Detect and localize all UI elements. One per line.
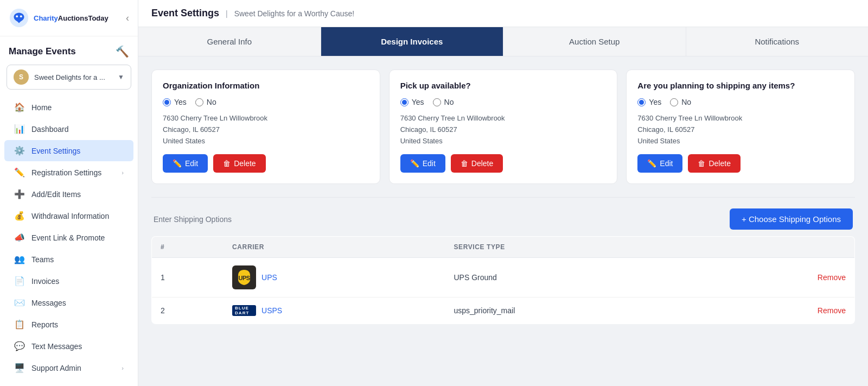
remove-link[interactable]: Remove xyxy=(818,273,846,282)
radio-yes-input[interactable] xyxy=(400,98,409,106)
row-remove: Remove xyxy=(704,258,855,298)
choose-shipping-button[interactable]: + Choose Shipping Options xyxy=(730,208,853,230)
sidebar-item-messages[interactable]: ✉️ Messages xyxy=(4,292,133,313)
radio-yes[interactable]: Yes xyxy=(163,98,187,106)
sidebar-item-reports[interactable]: 📋 Reports xyxy=(4,314,133,335)
page-title: Event Settings xyxy=(151,8,219,19)
sidebar-item-registration-settings[interactable]: ✏️ Registration Settings › xyxy=(4,162,133,183)
row-remove: Remove xyxy=(704,298,855,324)
radio-no-input[interactable] xyxy=(195,98,203,106)
sidebar-item-withdrawal[interactable]: 💰 Withdrawal Information xyxy=(4,205,133,226)
withdrawal-icon: 💰 xyxy=(14,211,25,221)
event-settings-icon: ⚙️ xyxy=(14,145,25,156)
sidebar-item-invoices[interactable]: 📄 Invoices xyxy=(4,270,133,292)
shipping-table: #CARRIERSERVICE TYPE 1 UPS UPS UPS Groun… xyxy=(151,236,855,324)
radio-no[interactable]: No xyxy=(433,98,454,106)
tab-general-info[interactable]: General Info xyxy=(138,27,321,56)
radio-yes-input[interactable] xyxy=(163,98,171,106)
table-body: 1 UPS UPS UPS GroundRemove2 BLUE DART US… xyxy=(152,258,855,324)
teams-icon: 👥 xyxy=(14,254,25,264)
nav-list: 🏠 Home 📊 Dashboard ⚙️ Event Settings ✏️ … xyxy=(0,96,138,379)
support-admin-icon: 🖥️ xyxy=(14,363,25,373)
radio-row: Yes No xyxy=(163,98,369,106)
radio-no[interactable]: No xyxy=(195,98,216,106)
col-header-service type: SERVICE TYPE xyxy=(445,237,704,258)
sidebar-label-add-edit-items: Add/Edit Items xyxy=(31,190,124,199)
col-header-actions xyxy=(704,237,855,258)
sidebar-item-event-link[interactable]: 📣 Event Link & Promote xyxy=(4,227,133,248)
event-selector[interactable]: S Sweet Delights for a ... ▼ xyxy=(7,65,131,90)
top-header: Event Settings | Sweet Delights for a Wo… xyxy=(138,0,868,27)
carrier-link[interactable]: UPS xyxy=(261,273,277,282)
row-carrier: UPS UPS xyxy=(224,258,445,298)
ups-logo: UPS xyxy=(232,265,256,289)
radio-row: Yes No xyxy=(637,98,844,106)
edit-icon: ✏️ xyxy=(647,159,656,168)
card-buttons: ✏️ Edit 🗑 Delete xyxy=(637,154,844,173)
sidebar-item-add-edit-items[interactable]: ➕ Add/Edit Items xyxy=(4,183,133,205)
sidebar-label-dashboard: Dashboard xyxy=(31,125,124,134)
sidebar-item-text-messages[interactable]: 💬 Text Messages xyxy=(4,336,133,357)
logo-icon xyxy=(9,8,29,28)
radio-yes-input[interactable] xyxy=(637,98,646,106)
row-num: 2 xyxy=(152,298,224,324)
event-avatar: S xyxy=(14,69,29,85)
sidebar-label-registration-settings: Registration Settings xyxy=(31,168,115,177)
shipping-header: Enter Shipping Options + Choose Shipping… xyxy=(151,208,855,230)
edit-button[interactable]: ✏️ Edit xyxy=(163,154,208,173)
sidebar-label-messages: Messages xyxy=(31,299,124,307)
hammer-icon: 🔨 xyxy=(116,45,129,58)
card-title: Are you planning to shipping any items? xyxy=(637,81,844,90)
col-header-#: # xyxy=(152,237,224,258)
carrier-link[interactable]: USPS xyxy=(261,306,282,315)
card-shipping-plan: Are you planning to shipping any items? … xyxy=(626,69,855,184)
manage-events-title: Manage Events xyxy=(9,46,76,57)
radio-yes[interactable]: Yes xyxy=(400,98,424,106)
radio-no-input[interactable] xyxy=(670,98,678,106)
logo-text: CharityAuctionsToday xyxy=(34,14,108,22)
card-org-info: Organization Information Yes No 7630 Che… xyxy=(151,69,380,184)
edit-button[interactable]: ✏️ Edit xyxy=(400,154,445,173)
sidebar-item-support-admin[interactable]: 🖥️ Support Admin › xyxy=(4,357,133,378)
event-link-icon: 📣 xyxy=(14,232,25,243)
edit-icon: ✏️ xyxy=(410,159,419,168)
header-separator: | xyxy=(226,9,228,18)
remove-link[interactable]: Remove xyxy=(818,306,846,315)
tab-design-invoices[interactable]: Design Invoices xyxy=(321,27,504,56)
carrier-cell: BLUE DART USPS xyxy=(232,305,436,316)
collapse-button[interactable]: ‹ xyxy=(126,12,129,24)
sidebar-item-event-settings[interactable]: ⚙️ Event Settings xyxy=(4,140,133,161)
delete-button[interactable]: 🗑 Delete xyxy=(451,154,503,173)
tab-auction-setup[interactable]: Auction Setup xyxy=(503,27,686,56)
trash-icon: 🗑 xyxy=(223,159,231,168)
manage-events-header: Manage Events 🔨 xyxy=(0,36,138,62)
choose-shipping-label: + Choose Shipping Options xyxy=(742,214,841,224)
radio-row: Yes No xyxy=(400,98,607,106)
edit-button[interactable]: ✏️ Edit xyxy=(637,154,682,173)
delete-button[interactable]: 🗑 Delete xyxy=(213,154,265,173)
sidebar-item-teams[interactable]: 👥 Teams xyxy=(4,249,133,270)
sidebar-label-event-link: Event Link & Promote xyxy=(31,233,124,242)
row-carrier: BLUE DART USPS xyxy=(224,298,445,324)
sidebar-item-home[interactable]: 🏠 Home xyxy=(4,97,133,118)
radio-no-input[interactable] xyxy=(433,98,441,106)
delete-button[interactable]: 🗑 Delete xyxy=(688,154,740,173)
usps-logo: BLUE DART xyxy=(232,305,256,316)
text-messages-icon: 💬 xyxy=(14,341,25,351)
address-block: 7630 Cherry Tree Ln WillowbrookChicago, … xyxy=(163,113,369,147)
messages-icon: ✉️ xyxy=(14,298,25,308)
delete-label: Delete xyxy=(709,159,730,168)
registration-settings-icon: ✏️ xyxy=(14,167,25,178)
radio-no[interactable]: No xyxy=(670,98,691,106)
svg-text:UPS: UPS xyxy=(239,275,250,281)
card-title: Organization Information xyxy=(163,81,369,90)
chevron-icon: › xyxy=(122,169,124,176)
sidebar-item-dashboard[interactable]: 📊 Dashboard xyxy=(4,118,133,140)
shipping-section-label: Enter Shipping Options xyxy=(154,215,232,224)
row-service-type: UPS Ground xyxy=(445,258,704,298)
cards-row: Organization Information Yes No 7630 Che… xyxy=(151,69,855,184)
sidebar: CharityAuctionsToday ‹ Manage Events 🔨 S… xyxy=(0,0,138,386)
sidebar-label-event-settings: Event Settings xyxy=(31,147,124,155)
tab-notifications[interactable]: Notifications xyxy=(686,27,869,56)
radio-yes[interactable]: Yes xyxy=(637,98,661,106)
